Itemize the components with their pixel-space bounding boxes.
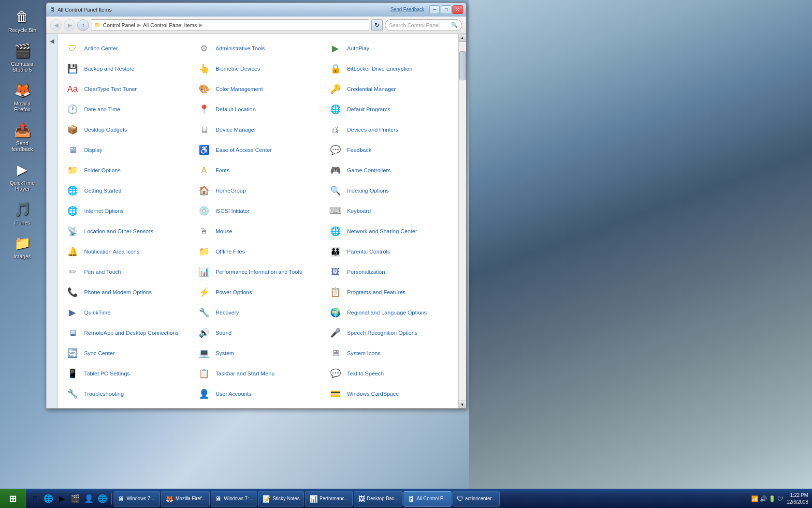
cp-item-tablet-pc-settings[interactable]: 📱Tablet PC Settings	[62, 364, 191, 383]
scrollbar[interactable]: ▲ ▼	[458, 34, 466, 408]
cp-item-bitlocker-drive-encryption[interactable]: 🔒BitLocker Drive Encryption	[325, 59, 454, 78]
tray-battery-icon[interactable]: 🔋	[768, 495, 776, 502]
desktop-icon-images[interactable]: 📁 Images	[5, 231, 40, 261]
cp-item-remoteapp-and-desktop-connections[interactable]: 🖥RemoteApp and Desktop Connections	[62, 323, 191, 343]
up-button[interactable]: ↑	[77, 19, 89, 31]
cp-item-desktop-gadgets[interactable]: 📦Desktop Gadgets	[62, 120, 191, 139]
cp-item-regional-and-language-options[interactable]: 🌍Regional and Language Options	[325, 303, 454, 322]
address-part-1[interactable]: Control Panel	[103, 22, 135, 28]
taskbar-item-0[interactable]: 🖥Windows 7:...	[114, 491, 160, 507]
cp-item-ease-of-access-center[interactable]: ♿Ease of Access Center	[193, 140, 323, 160]
address-bar[interactable]: 📁 Control Panel ▶ All Control Panel Item…	[91, 19, 369, 31]
cp-item-system[interactable]: 💻System	[193, 344, 323, 363]
cp-item-homegroup[interactable]: 🏠HomeGroup	[193, 181, 323, 200]
desktop-icon-camtasia[interactable]: 🎬 Camtasia Studio 5	[5, 39, 40, 75]
cp-item-recovery[interactable]: 🔧Recovery	[193, 303, 323, 322]
cp-item-getting-started[interactable]: 🌐Getting Started	[62, 181, 191, 200]
cp-item-color-management[interactable]: 🎨Color Management	[193, 79, 323, 99]
network-quick-icon[interactable]: 🌐	[97, 493, 108, 505]
desktop-icon-quicktime[interactable]: ▶ QuickTime Player	[5, 158, 40, 194]
cp-item-default-programs[interactable]: 🌐Default Programs	[325, 100, 454, 119]
cp-item-speech-recognition-options[interactable]: 🎤Speech Recognition Options	[325, 323, 454, 343]
tray-network-icon[interactable]: 📶	[751, 495, 758, 502]
ie-icon[interactable]: 🌐	[43, 493, 54, 505]
cp-item-taskbar-and-start-menu[interactable]: 📋Taskbar and Start Menu	[193, 364, 323, 383]
cp-item-quicktime[interactable]: ▶QuickTime	[62, 303, 191, 322]
cp-item-devices-and-printers[interactable]: 🖨Devices and Printers	[325, 120, 454, 139]
back-button[interactable]: ◀	[50, 19, 62, 31]
desktop-icon-recycle-bin[interactable]: 🗑 Recycle Bin	[5, 5, 40, 35]
taskbar-item-4[interactable]: 📊Performanc...	[305, 491, 353, 507]
wmp-icon[interactable]: ▶	[56, 493, 68, 505]
cp-item-device-manager[interactable]: 🖥Device Manager	[193, 120, 323, 139]
taskbar-item-2[interactable]: 🖥Windows 7:...	[211, 491, 257, 507]
cp-item-autoplay[interactable]: ▶AutoPlay	[325, 39, 454, 58]
cp-item-folder-options[interactable]: 📁Folder Options	[62, 161, 191, 180]
search-box[interactable]: Search Control Panel 🔍	[385, 19, 462, 31]
taskbar-item-6[interactable]: 🎛All Control P...	[404, 491, 451, 507]
tray-volume-icon[interactable]: 🔊	[760, 495, 767, 502]
cp-item-backup-and-restore[interactable]: 💾Backup and Restore	[62, 59, 191, 78]
cp-item-power-options[interactable]: ⚡Power Options	[193, 283, 323, 302]
cp-item-location-and-other-sensors[interactable]: 📡Location and Other Sensors	[62, 222, 191, 241]
cp-item-sound[interactable]: 🔊Sound	[193, 323, 323, 343]
tray-action-center-icon[interactable]: 🛡	[777, 495, 783, 502]
cp-item-system-icons[interactable]: 🖥System Icons	[325, 344, 454, 363]
sidebar-collapse-button[interactable]: ◀	[50, 38, 54, 45]
cp-item-indexing-options[interactable]: 🔍Indexing Options	[325, 181, 454, 200]
camtasia-quick-icon[interactable]: 🎬	[70, 493, 81, 505]
taskbar-item-5[interactable]: 🖼Desktop Bac...	[354, 491, 403, 507]
taskbar-item-7[interactable]: 🛡actioncenter...	[452, 491, 500, 507]
forward-button[interactable]: ▶	[64, 19, 75, 31]
cp-item-mouse[interactable]: 🖱Mouse	[193, 222, 323, 241]
cp-item-windows-firewall[interactable]: 🧱Windows Firewall	[193, 404, 323, 408]
cp-item-fonts[interactable]: AFonts	[193, 161, 323, 180]
address-part-2[interactable]: All Control Panel Items	[143, 22, 197, 28]
close-button[interactable]: ✕	[452, 5, 463, 14]
taskbar-item-3[interactable]: 📝Sticky Notes	[258, 491, 304, 507]
cp-item-windows-defender[interactable]: 🛡Windows Defender	[62, 404, 191, 408]
cp-item-iscsi-initiator[interactable]: 💿iSCSI Initiator	[193, 201, 323, 221]
show-desktop-button[interactable]: 🖥	[29, 493, 41, 505]
cp-item-feedback[interactable]: 💬Feedback	[325, 140, 454, 160]
scrollbar-up-button[interactable]: ▲	[459, 34, 466, 42]
cp-item-action-center[interactable]: 🛡Action Center	[62, 39, 191, 58]
cp-item-programs-and-features[interactable]: 📋Programs and Features	[325, 283, 454, 302]
cp-item-administrative-tools[interactable]: ⚙Administrative Tools	[193, 39, 323, 58]
desktop-icon-feedback[interactable]: 📤 Send feedback	[5, 118, 40, 154]
cp-item-notification-area-icons[interactable]: 🔔Notification Area Icons	[62, 242, 191, 261]
cp-item-performance-information-and-tools[interactable]: 📊Performance Information and Tools	[193, 262, 323, 282]
cp-item-default-location[interactable]: 📍Default Location	[193, 100, 323, 119]
cp-item-phone-and-modem-options[interactable]: 📞Phone and Modem Options	[62, 283, 191, 302]
cp-item-game-controllers[interactable]: 🎮Game Controllers	[325, 161, 454, 180]
cp-item-windows-cardspace[interactable]: 💳Windows CardSpace	[325, 384, 454, 403]
start-button[interactable]: ⊞	[0, 489, 26, 508]
cp-item-text-to-speech[interactable]: 💬Text to Speech	[325, 364, 454, 383]
maximize-button[interactable]: □	[441, 5, 451, 14]
cp-item-personalization[interactable]: 🖼Personalization	[325, 262, 454, 282]
cp-item-parental-controls[interactable]: 👪Parental Controls	[325, 242, 454, 261]
send-feedback-link[interactable]: Send Feedback	[391, 7, 424, 12]
refresh-button[interactable]: ↻	[371, 19, 383, 31]
user-quick-icon[interactable]: 👤	[83, 493, 95, 505]
cp-item-offline-files[interactable]: 📁Offline Files	[193, 242, 323, 261]
cp-item-display[interactable]: 🖥Display	[62, 140, 191, 160]
cp-item-windows-sideshow[interactable]: 🖥Windows SideShow	[325, 404, 454, 408]
cp-item-pen-and-touch[interactable]: ✏Pen and Touch	[62, 262, 191, 282]
cp-item-internet-options[interactable]: 🌐Internet Options	[62, 201, 191, 221]
cp-item-user-accounts[interactable]: 👤User Accounts	[193, 384, 323, 403]
cp-item-credential-manager[interactable]: 🔑Credential Manager	[325, 79, 454, 99]
scrollbar-thumb[interactable]	[459, 51, 466, 80]
desktop-icon-itunes[interactable]: 🎵 iTunes	[5, 197, 40, 227]
cp-item-sync-center[interactable]: 🔄Sync Center	[62, 344, 191, 363]
cp-item-biometric-devices[interactable]: 👆Biometric Devices	[193, 59, 323, 78]
system-clock[interactable]: 1:22 PM 12/6/2008	[787, 492, 809, 506]
cp-item-cleartype-text-tuner[interactable]: AaClearType Text Tuner	[62, 79, 191, 99]
minimize-button[interactable]: ─	[429, 5, 440, 14]
scrollbar-down-button[interactable]: ▼	[459, 401, 466, 408]
desktop-icon-firefox[interactable]: 🦊 Mozilla Firefox	[5, 78, 40, 114]
items-panel[interactable]: 🛡Action Center⚙Administrative Tools▶Auto…	[58, 34, 458, 408]
cp-item-troubleshooting[interactable]: 🔧Troubleshooting	[62, 384, 191, 403]
cp-item-date-and-time[interactable]: 🕐Date and Time	[62, 100, 191, 119]
taskbar-item-1[interactable]: 🦊Mozilla Firef...	[161, 491, 210, 507]
